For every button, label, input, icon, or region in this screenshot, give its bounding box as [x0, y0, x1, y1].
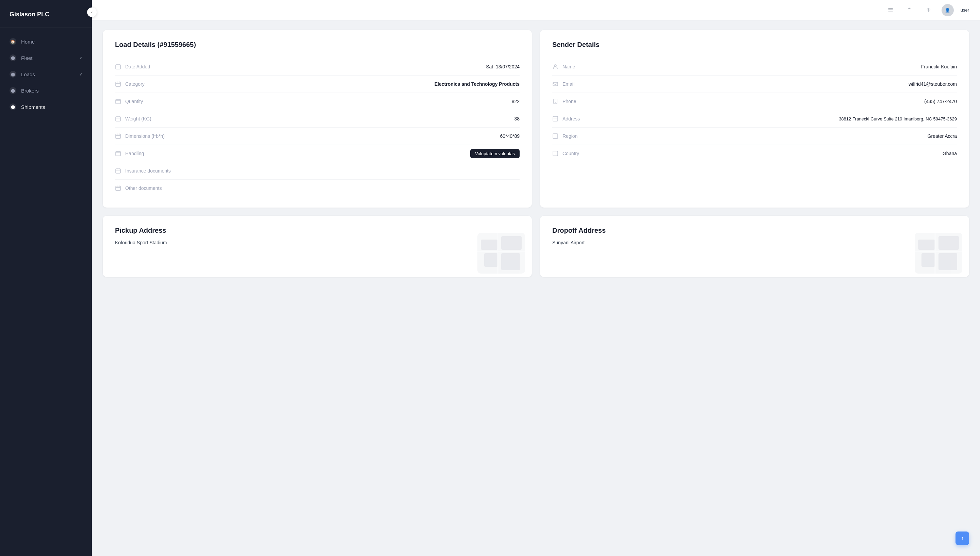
- sidebar-item-brokers[interactable]: ⬤ Brokers: [0, 82, 92, 99]
- email-icon: [552, 81, 559, 87]
- svg-rect-28: [116, 186, 121, 191]
- topbar: ☰ ⌃ ✳ 👤 user: [92, 0, 980, 20]
- svg-rect-39: [553, 151, 558, 156]
- sender-region-value: Greater Accra: [928, 133, 957, 139]
- detail-row-handling: Handling Voluptatem voluptas: [115, 145, 520, 162]
- sender-detail-row-country: Country Ghana: [552, 145, 957, 162]
- category-label: Category: [125, 81, 145, 87]
- region-icon: [552, 133, 559, 139]
- dimensions-value: 60*40*89: [500, 133, 520, 139]
- user-label: user: [961, 8, 969, 13]
- svg-rect-42: [501, 236, 521, 250]
- sender-name-value: Franecki-Koelpin: [921, 64, 957, 70]
- calendar-icon-quantity: [115, 99, 121, 105]
- sender-label-name: Name: [552, 64, 627, 70]
- detail-label-weight: Weight (KG): [115, 116, 190, 122]
- user-avatar[interactable]: 👤: [941, 4, 954, 16]
- sidebar-item-label-shipments: Shipments: [21, 104, 45, 110]
- quantity-value: 822: [512, 99, 520, 104]
- load-details-title: Load Details (#91559665): [115, 41, 520, 48]
- detail-label-date: Date Added: [115, 64, 190, 70]
- dropoff-address-text: Sunyani Airport: [552, 240, 957, 245]
- calendar-icon-handling: [115, 150, 121, 157]
- sidebar-nav: 🏠 Home ⬤ Fleet ∨ ⬤ Loads ∨ ⬤ Brokers ⬤ S…: [0, 28, 92, 556]
- calendar-icon-other-docs: [115, 185, 121, 191]
- detail-label-quantity: Quantity: [115, 99, 190, 105]
- sidebar-item-home[interactable]: 🏠 Home: [0, 33, 92, 50]
- sender-detail-row-email: Email wilfrid41@steuber.com: [552, 76, 957, 93]
- svg-rect-43: [484, 253, 498, 267]
- detail-row-weight: Weight (KG) 38: [115, 110, 520, 128]
- sender-label-phone: Phone: [552, 99, 627, 105]
- sender-phone-label: Phone: [562, 99, 576, 104]
- svg-rect-50: [922, 253, 935, 267]
- sender-country-label: Country: [562, 151, 579, 156]
- sidebar: Gislason PLC ‹ 🏠 Home ⬤ Fleet ∨ ⬤ Loads …: [0, 0, 92, 556]
- sender-name-label: Name: [562, 64, 575, 70]
- sidebar-item-label-fleet: Fleet: [21, 55, 32, 61]
- sort-icon[interactable]: ⌃: [903, 4, 916, 16]
- svg-rect-44: [501, 253, 520, 270]
- handling-badge: Voluptatem voluptas: [470, 149, 520, 158]
- svg-rect-4: [116, 82, 121, 86]
- sidebar-item-loads[interactable]: ⬤ Loads ∨: [0, 66, 92, 82]
- pickup-title: Pickup Address: [115, 226, 520, 234]
- svg-rect-12: [116, 117, 121, 121]
- person-icon: [552, 64, 559, 70]
- dropoff-title: Dropoff Address: [552, 226, 957, 234]
- detail-row-dimensions: Dimensions (l*b*h) 60*40*89: [115, 128, 520, 145]
- sender-region-label: Region: [562, 133, 578, 139]
- sidebar-item-fleet[interactable]: ⬤ Fleet ∨: [0, 50, 92, 66]
- bottom-cards-row: Pickup Address Koforidua Sport Stadium D…: [103, 216, 969, 277]
- calendar-icon-category: [115, 81, 121, 87]
- sender-detail-row-region: Region Greater Accra: [552, 128, 957, 145]
- svg-rect-38: [553, 134, 558, 139]
- address-icon: [552, 116, 559, 122]
- sidebar-item-shipments[interactable]: ⬤ Shipments: [0, 99, 92, 115]
- svg-point-35: [555, 102, 556, 103]
- dropoff-map-decoration: [915, 233, 962, 273]
- svg-rect-24: [116, 169, 121, 173]
- other-docs-label: Other documents: [125, 186, 161, 191]
- detail-label-category: Category: [115, 81, 190, 87]
- sidebar-item-label-brokers: Brokers: [21, 88, 39, 94]
- top-cards-row: Load Details (#91559665) Date Added Sat,…: [103, 30, 969, 208]
- fleet-icon: ⬤: [10, 55, 16, 61]
- calendar-icon-dimensions: [115, 133, 121, 139]
- weight-value: 38: [514, 116, 520, 121]
- svg-rect-33: [553, 82, 558, 86]
- pickup-address-card: Pickup Address Koforidua Sport Stadium: [103, 216, 532, 277]
- detail-label-handling: Handling: [115, 150, 190, 157]
- sender-label-country: Country: [552, 150, 627, 157]
- calendar-icon-weight: [115, 116, 121, 122]
- detail-row-date: Date Added Sat, 13/07/2024: [115, 58, 520, 76]
- sender-address-value: 38812 Franecki Curve Suite 219 Imaniberg…: [839, 116, 957, 121]
- country-icon: [552, 150, 559, 157]
- sender-details-title: Sender Details: [552, 41, 957, 48]
- brokers-icon: ⬤: [10, 87, 16, 94]
- quantity-label: Quantity: [125, 99, 143, 104]
- svg-rect-48: [918, 239, 935, 250]
- svg-rect-49: [938, 236, 959, 250]
- sender-country-value: Ghana: [943, 151, 957, 156]
- svg-rect-51: [938, 253, 957, 270]
- scroll-to-top-button[interactable]: ↑: [956, 532, 969, 545]
- dimensions-label: Dimensions (l*b*h): [125, 133, 165, 139]
- chevron-down-icon-loads: ∨: [79, 72, 82, 76]
- theme-toggle-icon[interactable]: ✳: [922, 4, 935, 16]
- svg-point-32: [554, 65, 556, 67]
- detail-row-other-docs: Other documents: [115, 179, 520, 197]
- menu-icon[interactable]: ☰: [885, 4, 897, 16]
- detail-row-insurance: Insurance documents: [115, 162, 520, 179]
- shipments-icon: ⬤: [10, 103, 16, 110]
- detail-row-category: Category Electronics and Technology Prod…: [115, 76, 520, 93]
- svg-rect-16: [116, 134, 121, 139]
- sender-phone-value: (435) 747-2470: [924, 99, 957, 104]
- svg-rect-8: [116, 99, 121, 104]
- date-added-value: Sat, 13/07/2024: [486, 64, 520, 70]
- sender-address-label: Address: [562, 116, 580, 121]
- sidebar-toggle-button[interactable]: ‹: [87, 8, 97, 17]
- loads-icon: ⬤: [10, 71, 16, 78]
- page-content: Load Details (#91559665) Date Added Sat,…: [92, 20, 980, 556]
- weight-label: Weight (KG): [125, 116, 152, 121]
